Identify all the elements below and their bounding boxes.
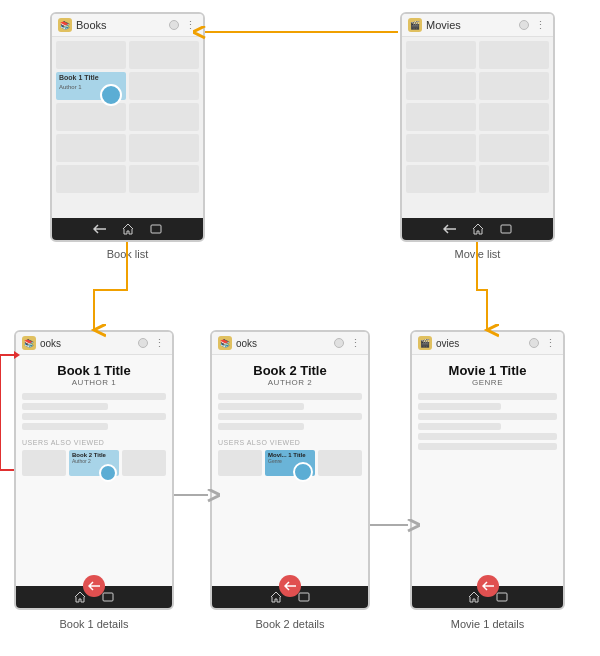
header-dot: [169, 20, 179, 30]
grid-row: Book 1 Title Author 1: [56, 72, 199, 100]
also-viewed-row: Book 2 Title Author 2: [22, 450, 166, 476]
svg-rect-4: [497, 593, 507, 601]
book1-detail-phone: 📚 ooks ⋮ Book 1 Title AUTHOR 1 USERS ALS…: [14, 330, 174, 610]
movies-app-icon: 🎬: [418, 336, 432, 350]
header-dot: [334, 338, 344, 348]
books-app-icon: 📚: [22, 336, 36, 350]
movie1-also-viewed[interactable]: Movi... 1 Title Genre: [265, 450, 315, 476]
book1-detail-author: AUTHOR 1: [22, 378, 166, 387]
book1-detail-app: ooks: [40, 338, 61, 349]
grid-cell: [406, 103, 476, 131]
also-viewed-badge2: [293, 462, 313, 482]
detail-line: [418, 423, 501, 430]
recents-button[interactable]: [148, 222, 164, 236]
overflow-menu[interactable]: ⋮: [154, 337, 166, 350]
book1-title: Book 1 Title: [56, 72, 126, 84]
back-circle-button[interactable]: [477, 575, 499, 597]
grid-row: [56, 41, 199, 69]
also-viewed-badge: [99, 464, 117, 482]
sub-cell: [22, 450, 66, 476]
movies-app-icon: 🎬: [408, 18, 422, 32]
grid-cell: [129, 41, 199, 69]
book2-also-viewed[interactable]: Book 2 Title Author 2: [69, 450, 119, 476]
grid-row: [56, 103, 199, 131]
book1-detail-body: Book 1 Title AUTHOR 1 USERS ALSO VIEWED …: [16, 355, 172, 586]
book-list-title: Books: [76, 19, 107, 31]
grid-row: [406, 72, 549, 100]
detail-line: [418, 413, 557, 420]
also-viewed-label: USERS ALSO VIEWED: [22, 439, 166, 446]
header-dot: [529, 338, 539, 348]
book1-cell[interactable]: Book 1 Title Author 1: [56, 72, 126, 100]
detail-line: [418, 433, 557, 440]
grid-cell: [56, 134, 126, 162]
book-list-body: Book 1 Title Author 1: [52, 37, 203, 218]
grid-row: [406, 134, 549, 162]
grid-cell: [56, 165, 126, 193]
back-button[interactable]: [442, 222, 458, 236]
grid-cell: [56, 41, 126, 69]
overflow-menu[interactable]: ⋮: [545, 337, 557, 350]
book2-detail-author: AUTHOR 2: [218, 378, 362, 387]
movie1-detail-title: Movie 1 Title: [418, 363, 557, 378]
svg-rect-3: [299, 593, 309, 601]
sub-cell: [122, 450, 166, 476]
book1-detail-header: 📚 ooks ⋮: [16, 332, 172, 355]
books-app-icon: 📚: [218, 336, 232, 350]
overflow-menu[interactable]: ⋮: [535, 19, 547, 32]
grid-row: [406, 103, 549, 131]
book1-badge: [100, 84, 122, 106]
book1-detail-footer: [16, 586, 172, 608]
grid-row: [56, 165, 199, 193]
detail-line: [22, 423, 108, 430]
back-button[interactable]: [92, 222, 108, 236]
overflow-menu[interactable]: ⋮: [185, 19, 197, 32]
movie1-detail-phone: 🎬 ovies ⋮ Movie 1 Title GENRE: [410, 330, 565, 610]
grid-cell: [129, 72, 199, 100]
movie-list-label: Movie list: [400, 248, 555, 260]
book2-detail-footer: [212, 586, 368, 608]
book2-detail-title: Book 2 Title: [218, 363, 362, 378]
header-dot: [519, 20, 529, 30]
home-button[interactable]: [120, 222, 136, 236]
grid-cell: [479, 165, 549, 193]
detail-line: [218, 393, 362, 400]
detail-line: [22, 403, 108, 410]
book-list-header: 📚 Books ⋮: [52, 14, 203, 37]
sub-cell: [218, 450, 262, 476]
movie-list-header: 🎬 Movies ⋮: [402, 14, 553, 37]
movie1-details-label: Movie 1 details: [410, 618, 565, 630]
book-list-phone: 📚 Books ⋮ Book 1 Title Author 1: [50, 12, 205, 242]
grid-row: [56, 134, 199, 162]
recents-button[interactable]: [498, 222, 514, 236]
movie-list-body: [402, 37, 553, 218]
overflow-menu[interactable]: ⋮: [350, 337, 362, 350]
grid-cell: [406, 72, 476, 100]
grid-cell: [56, 103, 126, 131]
grid-cell: [479, 41, 549, 69]
movie1-detail-body: Movie 1 Title GENRE: [412, 355, 563, 586]
movie-list-phone: 🎬 Movies ⋮: [400, 12, 555, 242]
detail-line: [418, 403, 501, 410]
book2-details-label: Book 2 details: [210, 618, 370, 630]
grid-cell: [406, 134, 476, 162]
movie-list-title: Movies: [426, 19, 461, 31]
grid-cell: [479, 72, 549, 100]
book-list-footer: [52, 218, 203, 240]
movie1-detail-footer: [412, 586, 563, 608]
grid-cell: [406, 41, 476, 69]
book2-detail-app: ooks: [236, 338, 257, 349]
book2-detail-body: Book 2 Title AUTHOR 2 USERS ALSO VIEWED …: [212, 355, 368, 586]
grid-cell: [129, 134, 199, 162]
back-circle-button[interactable]: [83, 575, 105, 597]
book1-details-label: Book 1 details: [14, 618, 174, 630]
book2-detail-header: 📚 ooks ⋮: [212, 332, 368, 355]
grid-cell: [479, 134, 549, 162]
home-button[interactable]: [470, 222, 486, 236]
back-circle-button[interactable]: [279, 575, 301, 597]
book1-detail-title: Book 1 Title: [22, 363, 166, 378]
red-back-arrow: [0, 355, 14, 470]
detail-line: [218, 403, 304, 410]
detail-line: [418, 443, 557, 450]
grid-cell: [129, 165, 199, 193]
